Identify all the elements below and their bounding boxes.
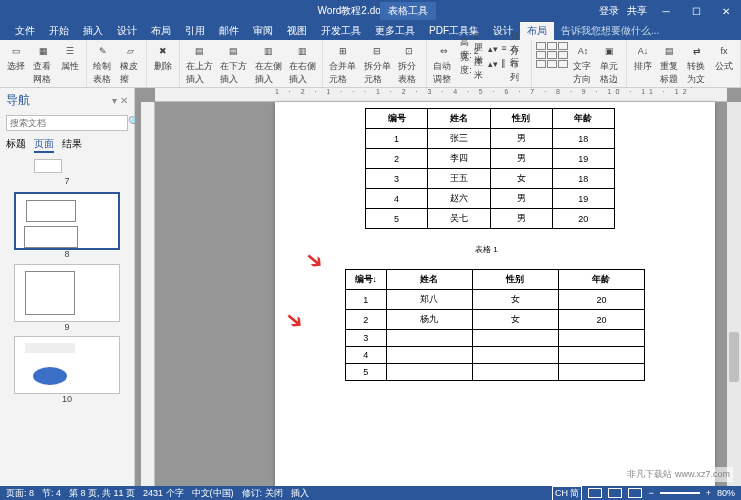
thumb-page-8[interactable]: 8 (14, 192, 120, 250)
margins-icon: ▣ (602, 43, 618, 59)
ime-indicator[interactable]: CH 简 (552, 486, 583, 501)
table-row: 5吴七男20 (366, 209, 615, 229)
tab-design[interactable]: 设计 (110, 22, 144, 40)
autofit-button[interactable]: ⇔自动调整 (431, 42, 458, 87)
tab-review[interactable]: 审阅 (246, 22, 280, 40)
tab-references[interactable]: 引用 (178, 22, 212, 40)
tab-layout[interactable]: 布局 (144, 22, 178, 40)
tab-insert[interactable]: 插入 (76, 22, 110, 40)
sort-button[interactable]: A↓排序 (631, 42, 655, 74)
zoom-in-button[interactable]: + (706, 488, 711, 498)
select-button[interactable]: ▭选择 (4, 42, 28, 74)
ribbon-group-delete: ✖删除 (147, 40, 180, 87)
scrollbar-thumb[interactable] (729, 332, 739, 382)
annotation-arrow-1: ➔ (299, 244, 330, 275)
status-lang[interactable]: 中文(中国) (192, 487, 234, 500)
nav-tabs: 标题 页面 结果 (6, 137, 128, 153)
ribbon-group-alignment: A↕文字方向 ▣单元格边距 对齐方式 (532, 40, 627, 87)
thumb-page-9[interactable]: 9 (14, 264, 120, 322)
tab-home[interactable]: 开始 (42, 22, 76, 40)
autofit-icon: ⇔ (436, 43, 452, 59)
status-insert[interactable]: 插入 (291, 487, 309, 500)
tell-me-search[interactable]: 告诉我您想要做什么... (554, 22, 666, 40)
zoom-out-button[interactable]: − (648, 488, 653, 498)
row-below-icon: ▤ (226, 43, 242, 59)
stepper-icon: ▴▾ (488, 59, 498, 69)
rows-icon: ≡ (501, 43, 508, 55)
table-row: 1张三男18 (366, 129, 615, 149)
zoom-slider[interactable] (660, 492, 700, 494)
merge-icon: ⊞ (335, 43, 351, 59)
table-row: 3王五女18 (366, 169, 615, 189)
convert-icon: ⇄ (689, 43, 705, 59)
status-pages[interactable]: 第 8 页, 共 11 页 (69, 487, 135, 500)
stepper-icon: ▴▾ (488, 44, 498, 54)
alignment-grid[interactable] (536, 42, 568, 68)
tab-more-tools[interactable]: 更多工具 (368, 22, 422, 40)
draw-table-button[interactable]: ✎绘制表格 (91, 42, 115, 87)
split-cells-button[interactable]: ⊟拆分单元格 (362, 42, 393, 87)
status-track[interactable]: 修订: 关闭 (242, 487, 283, 500)
search-input[interactable] (7, 116, 125, 130)
nav-tab-results[interactable]: 结果 (62, 137, 82, 153)
formula-button[interactable]: fx公式 (712, 42, 736, 74)
cursor-icon: ▭ (8, 43, 24, 59)
horizontal-ruler[interactable]: 1 · 2 · 1 · · · 1 · 2 · 3 · 4 · 5 · 6 · … (155, 88, 727, 102)
account-link[interactable]: 登录 (599, 4, 619, 18)
tab-file[interactable]: 文件 (8, 22, 42, 40)
page-canvas[interactable]: 编号姓名性别年龄 1张三男18 2李四男19 3王五女18 4赵六男19 5吴七… (275, 102, 715, 486)
close-pane-icon[interactable]: ▾ ✕ (112, 95, 128, 106)
tab-mailings[interactable]: 邮件 (212, 22, 246, 40)
thumb-page-10[interactable]: 10 (14, 336, 120, 394)
tab-view[interactable]: 视图 (280, 22, 314, 40)
thumb-page-7-label: 7 (14, 176, 120, 186)
merge-cells-button[interactable]: ⊞合并单元格 (327, 42, 358, 87)
insert-right-button[interactable]: ▥在右侧插入 (287, 42, 318, 87)
formula-icon: fx (716, 43, 732, 59)
view-print-button[interactable] (608, 488, 622, 498)
context-tool-label: 表格工具 (380, 2, 436, 20)
ribbon-group-data: A↓排序 ▤重复标题行 ⇄转换为文本 fx公式 数据 (627, 40, 741, 87)
maximize-button[interactable]: ☐ (685, 2, 707, 20)
table-row: 3 (346, 330, 645, 347)
ribbon-group-table: ▭选择 ▦查看网格线 ☰属性 表 (0, 40, 87, 87)
nav-tab-pages[interactable]: 页面 (34, 137, 54, 153)
table-caption[interactable]: 表格 1 (475, 244, 498, 255)
split-table-button[interactable]: ⊡拆分表格 (396, 42, 422, 87)
vertical-ruler[interactable] (141, 102, 155, 486)
nav-tab-headings[interactable]: 标题 (6, 137, 26, 153)
text-direction-button[interactable]: A↕文字方向 (571, 42, 595, 87)
insert-above-button[interactable]: ▤在上方插入 (184, 42, 215, 87)
properties-button[interactable]: ☰属性 (58, 42, 82, 74)
status-words[interactable]: 2431 个字 (143, 487, 184, 500)
share-button[interactable]: 共享 (627, 4, 647, 18)
eraser-button[interactable]: ▱橡皮擦 (118, 42, 142, 87)
view-read-button[interactable] (588, 488, 602, 498)
delete-button[interactable]: ✖删除 (151, 42, 175, 74)
table-1[interactable]: 编号姓名性别年龄 1张三男18 2李四男19 3王五女18 4赵六男19 5吴七… (365, 108, 615, 229)
view-web-button[interactable] (628, 488, 642, 498)
insert-below-button[interactable]: ▤在下方插入 (218, 42, 249, 87)
tab-developer[interactable]: 开发工具 (314, 22, 368, 40)
ribbon-tabs: 文件 开始 插入 设计 布局 引用 邮件 审阅 视图 开发工具 更多工具 PDF… (0, 22, 741, 40)
document-area: 1 · 2 · 1 · · · 1 · 2 · 3 · 4 · 5 · 6 · … (135, 88, 741, 486)
insert-left-button[interactable]: ▥在左侧插入 (253, 42, 284, 87)
col-width-input[interactable]: 宽度:2 厘米▴▾ (460, 57, 498, 71)
table-2[interactable]: 编号↓姓名性别年龄 1郑八女20 2杨九女20 3 4 5 (345, 269, 645, 381)
status-section[interactable]: 节: 4 (42, 487, 61, 500)
table-row: 5 (346, 364, 645, 381)
table-row: 4赵六男19 (366, 189, 615, 209)
col-right-icon: ▥ (295, 43, 311, 59)
close-button[interactable]: ✕ (715, 2, 737, 20)
nav-search[interactable]: 🔍 (6, 115, 128, 131)
thumb-partial[interactable] (34, 159, 62, 173)
distribute-cols-button[interactable]: ∥分布列 (501, 57, 527, 71)
header-icon: ▤ (662, 43, 678, 59)
vertical-scrollbar[interactable] (727, 102, 741, 486)
status-page[interactable]: 页面: 8 (6, 487, 34, 500)
table-row: 2杨九女20 (346, 310, 645, 330)
table-row: 2李四男19 (366, 149, 615, 169)
zoom-level[interactable]: 80% (717, 488, 735, 498)
cols-icon: ∥ (501, 58, 508, 70)
minimize-button[interactable]: ─ (655, 2, 677, 20)
